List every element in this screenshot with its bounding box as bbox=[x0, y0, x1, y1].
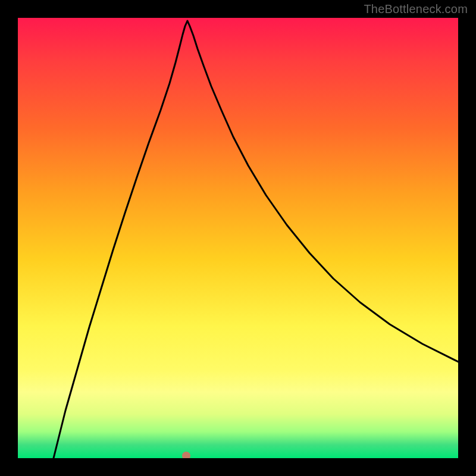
watermark-text: TheBottleneck.com bbox=[364, 2, 468, 16]
chart-frame bbox=[18, 18, 458, 458]
background-gradient bbox=[18, 18, 458, 458]
marker-dot bbox=[182, 452, 190, 458]
